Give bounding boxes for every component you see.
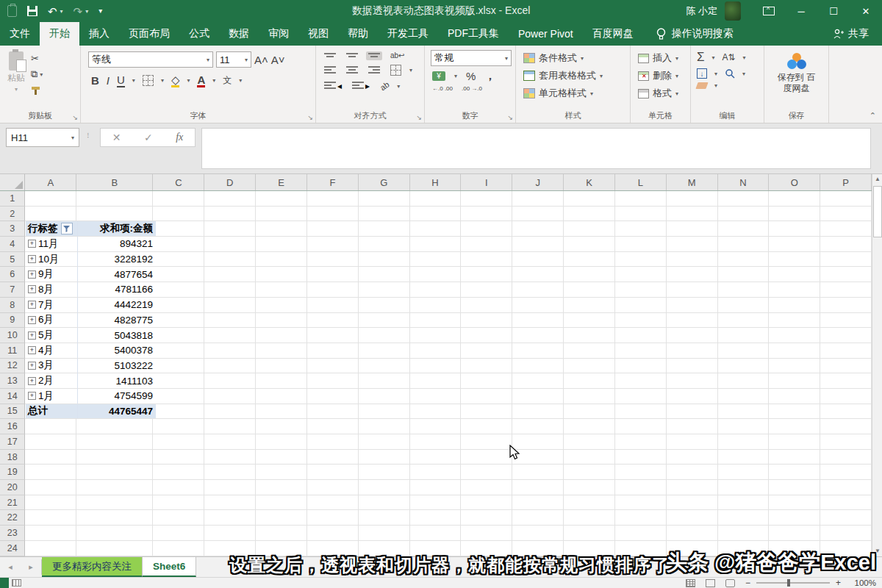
grid-cell-N22[interactable] bbox=[718, 510, 770, 526]
grid-cell-N2[interactable] bbox=[718, 207, 770, 222]
grid-cell-K11[interactable] bbox=[564, 343, 615, 359]
grid-cell-D8[interactable] bbox=[204, 298, 256, 313]
grid-cell-I23[interactable] bbox=[461, 526, 512, 541]
grid-cell-D12[interactable] bbox=[204, 359, 256, 374]
grid-cell-E11[interactable] bbox=[256, 343, 307, 359]
grid-cell-I11[interactable] bbox=[461, 343, 512, 359]
sort-filter-icon[interactable]: A⇅ bbox=[723, 52, 736, 62]
grid-cell-N7[interactable] bbox=[718, 282, 770, 298]
grid-cell-D21[interactable] bbox=[204, 495, 256, 511]
sheet-nav-left-icon[interactable]: ◂ bbox=[0, 557, 21, 577]
grid-cell-B19[interactable] bbox=[76, 465, 153, 480]
row-header-18[interactable]: 18 bbox=[0, 450, 25, 465]
grid-cell-M15[interactable] bbox=[667, 404, 718, 420]
pivot-value-cell[interactable]: 5400378 bbox=[78, 343, 156, 359]
grid-cell-M14[interactable] bbox=[667, 389, 718, 404]
insert-function-icon[interactable]: fx bbox=[176, 132, 183, 143]
grid-cell-I2[interactable] bbox=[461, 207, 512, 222]
grid-cell-K17[interactable] bbox=[564, 434, 615, 450]
grid-cell-G13[interactable] bbox=[359, 373, 410, 389]
grid-cell-M13[interactable] bbox=[667, 373, 718, 389]
tab-home[interactable]: 开始 bbox=[40, 22, 79, 46]
grid-cell-L3[interactable] bbox=[615, 221, 667, 237]
grid-cell-E3[interactable] bbox=[256, 221, 307, 237]
row-header-23[interactable]: 23 bbox=[0, 526, 25, 541]
grid-cell-J11[interactable] bbox=[512, 343, 564, 359]
save-icon[interactable] bbox=[27, 6, 37, 16]
grid-cell-F16[interactable] bbox=[307, 419, 359, 434]
grid-cell-O5[interactable] bbox=[769, 252, 820, 268]
grid-cell-O2[interactable] bbox=[769, 207, 820, 222]
grid-cell-B17[interactable] bbox=[76, 434, 153, 450]
grid-cell-F15[interactable] bbox=[307, 404, 359, 420]
pivot-label-cell[interactable]: +11月 bbox=[26, 237, 78, 252]
pivot-value-cell[interactable]: 4442219 bbox=[78, 298, 156, 313]
row-header-22[interactable]: 22 bbox=[0, 510, 25, 526]
grid-cell-H16[interactable] bbox=[410, 419, 462, 434]
grid-cell-H19[interactable] bbox=[410, 465, 462, 480]
grid-cell-M7[interactable] bbox=[667, 282, 718, 298]
grid-cell-M19[interactable] bbox=[667, 465, 718, 480]
grid-cell-I7[interactable] bbox=[461, 282, 512, 298]
grid-cell-M8[interactable] bbox=[667, 298, 718, 313]
tab-power-pivot[interactable]: Power Pivot bbox=[509, 22, 583, 46]
grid-cell-A20[interactable] bbox=[25, 480, 76, 495]
grid-cell-K10[interactable] bbox=[564, 328, 615, 343]
tab-developer[interactable]: 开发工具 bbox=[378, 22, 438, 46]
grid-cell-A22[interactable] bbox=[25, 510, 76, 526]
grid-cell-J7[interactable] bbox=[512, 282, 564, 298]
grid-cell-F2[interactable] bbox=[307, 207, 359, 222]
grid-cell-N9[interactable] bbox=[718, 313, 770, 329]
increase-font-icon[interactable]: A˄ bbox=[254, 54, 268, 66]
row-header-14[interactable]: 14 bbox=[0, 389, 25, 404]
row-header-4[interactable]: 4 bbox=[0, 237, 25, 252]
grid-cell-F11[interactable] bbox=[307, 343, 359, 359]
grid-cell-F18[interactable] bbox=[307, 450, 359, 465]
share-button[interactable]: 共享 bbox=[833, 22, 882, 46]
grid-cell-J22[interactable] bbox=[512, 510, 564, 526]
pivot-label-cell[interactable]: +2月 bbox=[26, 373, 78, 389]
grid-cell-P15[interactable] bbox=[820, 404, 872, 420]
grid-cell-E23[interactable] bbox=[256, 526, 307, 541]
alignment-dialog-launcher[interactable]: ↘ bbox=[416, 114, 422, 121]
grid-cell-D19[interactable] bbox=[204, 465, 256, 480]
pivot-row-label-header[interactable]: 行标签 bbox=[26, 221, 78, 237]
grid-cell-A17[interactable] bbox=[25, 434, 76, 450]
pivot-value-cell[interactable]: 4877654 bbox=[78, 267, 156, 282]
grid-cell-K21[interactable] bbox=[564, 495, 615, 511]
sheet-tab-sheet6[interactable]: Sheet6 bbox=[143, 557, 196, 577]
expand-icon[interactable]: + bbox=[28, 331, 36, 340]
column-header-M[interactable]: M bbox=[667, 174, 718, 190]
number-format-combo[interactable]: 常规▾ bbox=[431, 50, 512, 66]
grid-cell-F13[interactable] bbox=[307, 373, 359, 389]
pivot-value-cell[interactable]: 4828775 bbox=[78, 313, 156, 329]
grid-cell-M12[interactable] bbox=[667, 359, 718, 374]
pivot-filter-button[interactable] bbox=[61, 223, 73, 234]
grid-cell-E17[interactable] bbox=[256, 434, 307, 450]
grid-cell-H7[interactable] bbox=[410, 282, 462, 298]
autosum-icon[interactable]: Σ bbox=[697, 50, 705, 65]
page-layout-view-icon[interactable] bbox=[706, 579, 715, 587]
tab-pdf-tools[interactable]: PDF工具集 bbox=[438, 22, 509, 46]
pivot-label-cell[interactable]: +5月 bbox=[26, 328, 78, 343]
grid-cell-F22[interactable] bbox=[307, 510, 359, 526]
grid-cell-G16[interactable] bbox=[359, 419, 410, 434]
grid-cell-F17[interactable] bbox=[307, 434, 359, 450]
grid-cell-L9[interactable] bbox=[615, 313, 667, 329]
grid-cell-H21[interactable] bbox=[410, 495, 462, 511]
grid-cell-O16[interactable] bbox=[769, 419, 820, 434]
grid-cell-E12[interactable] bbox=[256, 359, 307, 374]
phonetic-guide-icon[interactable]: 文 bbox=[223, 74, 232, 87]
column-header-H[interactable]: H bbox=[410, 174, 462, 190]
grid-cell-J19[interactable] bbox=[512, 465, 564, 480]
grid-cell-F14[interactable] bbox=[307, 389, 359, 404]
grid-cell-F20[interactable] bbox=[307, 480, 359, 495]
grid-cell-M9[interactable] bbox=[667, 313, 718, 329]
grid-cell-G10[interactable] bbox=[359, 328, 410, 343]
row-header-21[interactable]: 21 bbox=[0, 495, 25, 511]
undo-icon[interactable]: ↶ bbox=[48, 6, 57, 17]
grid-cell-F6[interactable] bbox=[307, 267, 359, 282]
pivot-value-cell[interactable]: 4754599 bbox=[78, 389, 156, 404]
grid-cell-J14[interactable] bbox=[512, 389, 564, 404]
grid-cell-B1[interactable] bbox=[76, 191, 153, 207]
